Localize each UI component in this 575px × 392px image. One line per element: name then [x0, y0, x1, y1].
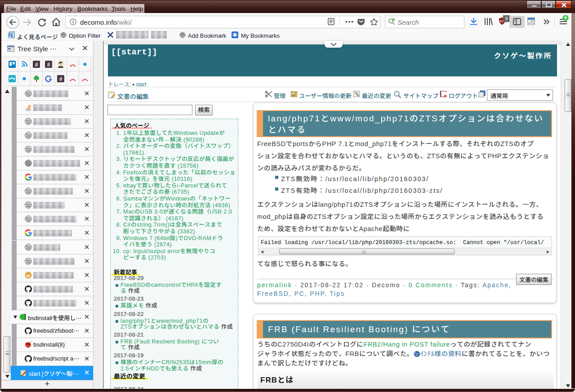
svg-text:#: #: [35, 62, 38, 68]
svg-text:#: #: [59, 76, 62, 82]
svg-text:#: #: [47, 62, 50, 68]
svg-text:m: m: [27, 273, 31, 278]
